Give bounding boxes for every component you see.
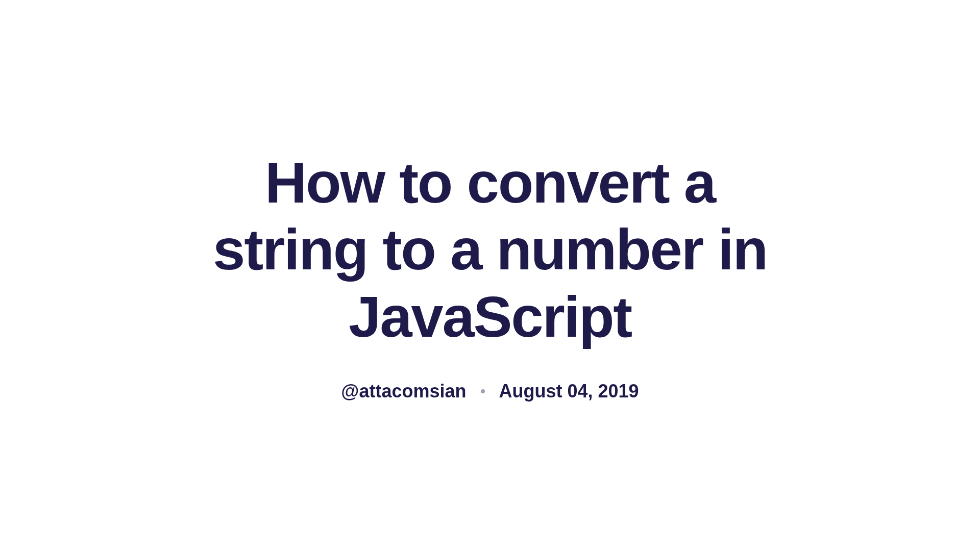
article-header: How to convert a string to a number in J…: [184, 149, 796, 402]
meta-separator: [481, 389, 485, 393]
article-title: How to convert a string to a number in J…: [184, 149, 796, 349]
author-handle[interactable]: @attacomsian: [341, 381, 466, 402]
article-meta: @attacomsian August 04, 2019: [184, 381, 796, 402]
publish-date: August 04, 2019: [499, 381, 639, 402]
